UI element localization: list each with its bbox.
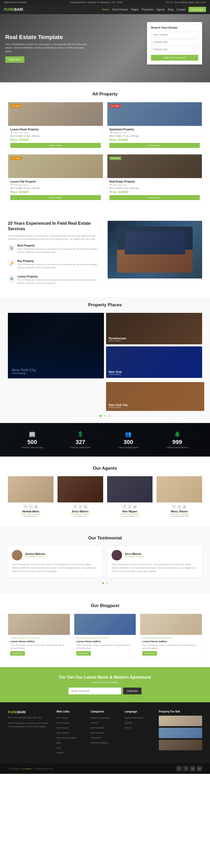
footer-cat-link-1[interactable]: English Subheadout (91, 717, 110, 719)
footer-lang-link-en[interactable]: English Subheadout (125, 717, 144, 719)
stat-label-4: Listing Property Brokers (166, 446, 188, 449)
agent-social-4: f t in (156, 504, 202, 509)
blog-read-btn-1[interactable]: Read More (10, 651, 25, 656)
footer-link-terms[interactable]: Terms and Conditions (56, 737, 77, 739)
search-property-type-input[interactable] (151, 39, 198, 45)
slider-dot-2[interactable] (104, 415, 106, 417)
nav-blog[interactable]: Blog (168, 8, 173, 11)
property-name-2: Apartment Property (110, 128, 200, 131)
place-label-pynsilvenyia: Pynsilvenyia Some Property (109, 337, 126, 342)
footer-logo: PUREBARI (8, 710, 51, 714)
footer-cat-link-3[interactable]: Sell Properties (91, 727, 104, 729)
nav-agents[interactable]: Agents (157, 8, 165, 11)
twitter-icon-3[interactable]: t (127, 504, 132, 509)
instagram-icon-1[interactable]: in (34, 504, 38, 509)
blog-section: Our Blogpost Post By: Alexander | Sunday… (0, 594, 210, 668)
newsletter-subscribe-button[interactable]: Subscribe (123, 688, 142, 694)
place-count-ny: Some Property (109, 373, 122, 375)
footer-linkedin-icon[interactable]: in (190, 766, 195, 771)
search-title: Search Your Dream (151, 26, 198, 29)
blog-read-btn-2[interactable]: Read More (77, 651, 91, 656)
twitter-icon-2[interactable]: t (78, 504, 83, 509)
property-loc-3: 📍 New York, USA (10, 184, 101, 186)
footer-link-ait[interactable]: AIT Property (56, 717, 68, 719)
blog-card-1: Post By: Alexander | Sunday 25 April Lux… (8, 614, 70, 658)
place-new-york-city-large[interactable]: New York City Some Property (8, 313, 104, 378)
slider-dot-1[interactable] (99, 415, 101, 417)
agent-title-1: Real Estate Property (8, 513, 54, 515)
footer-link-rent[interactable]: Rent (56, 747, 61, 749)
hero-description: This is Photoshop's version of Lorem Ips… (5, 43, 89, 54)
instagram-icon-4[interactable]: in (182, 504, 187, 509)
hours-text: Opening Hours: Monday To Saturday 7 AM -… (70, 1, 123, 4)
property-meta-4: Bed: 01 Bath: 01 Sqr: 1000 Sqs (110, 187, 200, 189)
place-count-nyc-wide: Some Property (109, 406, 128, 408)
instagram-icon-2[interactable]: in (84, 504, 88, 509)
property-info-4: Real Estate Property 📍 New York, USA Bed… (108, 178, 202, 202)
place-new-york[interactable]: New York Some Property (106, 346, 202, 378)
footer-link-blog[interactable]: Blog (56, 742, 61, 744)
twitter-icon-4[interactable]: t (177, 504, 181, 509)
nav-pages[interactable]: Pages (131, 8, 138, 11)
footer-facebook-icon[interactable]: f (176, 766, 182, 771)
slider-dot-3[interactable] (109, 415, 111, 417)
agent-email-3: alexwigner@info.com (107, 515, 153, 517)
blog-grid: Post By: Alexander | Sunday 25 April Lux… (8, 614, 202, 658)
my-account-button[interactable]: My Account (188, 7, 206, 12)
facebook-icon-2[interactable]: f (73, 504, 77, 509)
footer-about-col: PUREBARI No 11 Your Address State City, … (8, 710, 51, 755)
footer-google-icon[interactable]: g+ (197, 766, 202, 771)
testimonial-dot-2[interactable] (106, 582, 108, 584)
footer-cat-link-6[interactable]: Rent/Find Property (91, 742, 108, 744)
footer-lang-link-es[interactable]: Spanish (125, 722, 132, 724)
property-detail-btn-2[interactable]: Show Details (110, 143, 200, 148)
agent-title-2: Real Estate Property (58, 513, 103, 515)
search-button[interactable]: Click Here To Search (151, 55, 198, 61)
blog-post-title-3: Luxury House Gallery (142, 640, 200, 643)
property-loc-1: 📍 New York, USA (10, 132, 101, 134)
testimonial-dot-1[interactable] (102, 582, 104, 584)
testimonial-role-2: Real Estate Property (125, 555, 144, 558)
search-location-input[interactable] (151, 32, 198, 37)
property-detail-btn-1[interactable]: Show Details (10, 143, 101, 148)
footer-twitter-icon[interactable]: t (183, 766, 188, 771)
hero-read-more-button[interactable]: Read More (5, 56, 24, 63)
facebook-icon-1[interactable]: f (23, 504, 28, 509)
place-new-york-city-wide[interactable]: New York City Some Property (106, 382, 204, 411)
blog-read-btn-3[interactable]: Read More (142, 651, 157, 656)
property-detail-btn-3[interactable]: Show Details (10, 195, 101, 200)
footer-link-6: Blog (56, 741, 85, 744)
twitter-icon-1[interactable]: t (29, 504, 33, 509)
exp-item-buy-title: Buy Property (17, 259, 102, 262)
footer-cat-link-2[interactable]: Format (91, 722, 97, 724)
exp-item-rent-title: Rent Property (17, 244, 102, 247)
footer-link-4: Buy Property (56, 731, 85, 734)
agent-image-3 (107, 476, 153, 502)
footer-link-real[interactable]: Real Property (56, 722, 69, 724)
property-image-4: Featured (108, 154, 202, 178)
footer-cat-link-5[interactable]: Residential (91, 737, 101, 739)
nav-contact[interactable]: Contact (176, 8, 185, 11)
newsletter-email-input[interactable] (68, 688, 121, 694)
facebook-icon-3[interactable]: f (122, 504, 126, 509)
footer-links-list: AIT Property Real Property Sell Property… (56, 716, 85, 754)
place-pynsilvenyia[interactable]: Pynsilvenyia Some Property (106, 313, 202, 344)
nav-find-house[interactable]: Find A House (112, 8, 127, 11)
exp-item-luxury-content: Luxury Property This is Photoshop's vers… (17, 275, 102, 288)
facebook-icon-4[interactable]: f (172, 504, 176, 509)
footer-lang-link-fr[interactable]: French (125, 727, 131, 729)
search-property-size-input[interactable] (151, 46, 198, 52)
blog-card-2: Post By: Alexander | November 25 April L… (74, 614, 136, 658)
agent-card-4: f t in Marry Jhanes Real Estate Property… (156, 476, 202, 517)
nav-home[interactable]: Home (102, 8, 109, 11)
footer-link-buy[interactable]: Buy Property (56, 732, 68, 734)
footer-language-list: English Subheadout Spanish French (125, 716, 154, 729)
property-badge-4: Featured (110, 157, 122, 160)
footer-cat-link-4[interactable]: Buy Properties (91, 732, 104, 734)
property-image-1: For Rent (8, 102, 103, 126)
property-detail-btn-4[interactable]: Show Details (110, 195, 200, 200)
footer-link-sell[interactable]: Sell Property (56, 727, 68, 729)
footer-link-contact[interactable]: Contact (56, 751, 64, 754)
nav-properties[interactable]: Properties (142, 8, 154, 11)
instagram-icon-3[interactable]: in (133, 504, 137, 509)
